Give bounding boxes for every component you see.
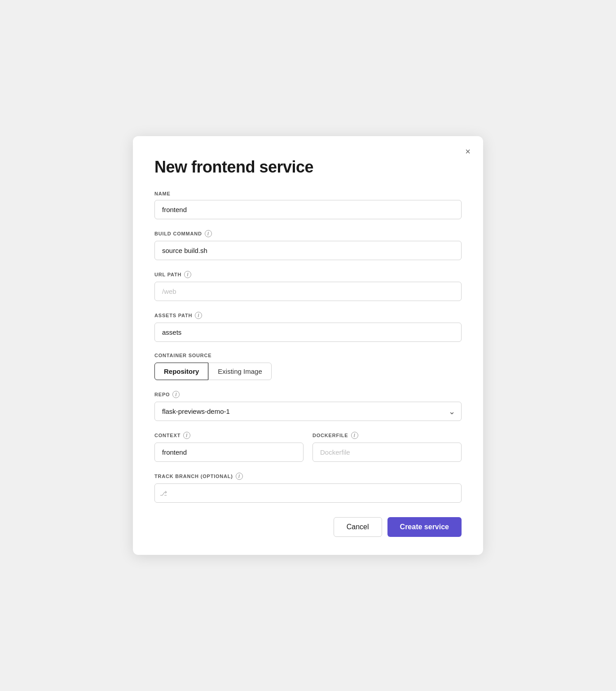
url-path-field-group: URL PATH i	[154, 271, 462, 301]
repo-select-wrapper: flask-previews-demo-1 ⌄	[154, 402, 462, 421]
dockerfile-input[interactable]	[312, 443, 462, 462]
build-command-field-group: BUILD COMMAND i	[154, 230, 462, 260]
context-field-group: CONTEXT i	[154, 432, 304, 462]
name-input[interactable]	[154, 200, 462, 219]
assets-path-field-group: ASSETS PATH i	[154, 312, 462, 342]
name-label: NAME	[154, 191, 462, 196]
build-command-label: BUILD COMMAND i	[154, 230, 462, 237]
track-branch-field-group: TRACK BRANCH (OPTIONAL) i ⎇	[154, 473, 462, 503]
container-source-field-group: CONTAINER SOURCE Repository Existing Ima…	[154, 353, 462, 380]
branch-icon: ⎇	[160, 490, 167, 497]
context-info-icon: i	[183, 432, 190, 439]
assets-path-input[interactable]	[154, 323, 462, 342]
assets-path-info-icon: i	[195, 312, 202, 319]
track-branch-input-wrapper: ⎇	[154, 483, 462, 503]
close-button[interactable]: ×	[463, 145, 472, 158]
context-dockerfile-row: CONTEXT i DOCKERFILE i	[154, 432, 462, 462]
existing-image-toggle-btn[interactable]: Existing Image	[208, 363, 271, 380]
footer-actions: Cancel Create service	[154, 517, 462, 537]
track-branch-input[interactable]	[154, 483, 462, 503]
close-icon: ×	[465, 146, 471, 156]
assets-path-label: ASSETS PATH i	[154, 312, 462, 319]
name-field-group: NAME	[154, 191, 462, 219]
container-source-toggle: Repository Existing Image	[154, 363, 462, 380]
repo-select[interactable]: flask-previews-demo-1	[154, 402, 462, 421]
cancel-button[interactable]: Cancel	[334, 517, 382, 537]
repo-label: REPO i	[154, 391, 462, 398]
create-service-button[interactable]: Create service	[387, 517, 462, 537]
url-path-info-icon: i	[184, 271, 191, 278]
track-branch-label: TRACK BRANCH (OPTIONAL) i	[154, 473, 462, 480]
container-source-label: CONTAINER SOURCE	[154, 353, 462, 358]
build-command-input[interactable]	[154, 241, 462, 260]
modal-container: × New frontend service NAME BUILD COMMAN…	[133, 136, 483, 555]
url-path-label: URL PATH i	[154, 271, 462, 278]
context-label: CONTEXT i	[154, 432, 304, 439]
repo-info-icon: i	[172, 391, 180, 398]
repo-field-group: REPO i flask-previews-demo-1 ⌄	[154, 391, 462, 421]
dockerfile-info-icon: i	[351, 432, 358, 439]
track-branch-info-icon: i	[236, 473, 243, 480]
dockerfile-field-group: DOCKERFILE i	[312, 432, 462, 462]
repository-toggle-btn[interactable]: Repository	[154, 363, 208, 380]
build-command-info-icon: i	[205, 230, 212, 237]
context-input[interactable]	[154, 443, 304, 462]
url-path-input[interactable]	[154, 282, 462, 301]
dockerfile-label: DOCKERFILE i	[312, 432, 462, 439]
modal-title: New frontend service	[154, 158, 462, 177]
